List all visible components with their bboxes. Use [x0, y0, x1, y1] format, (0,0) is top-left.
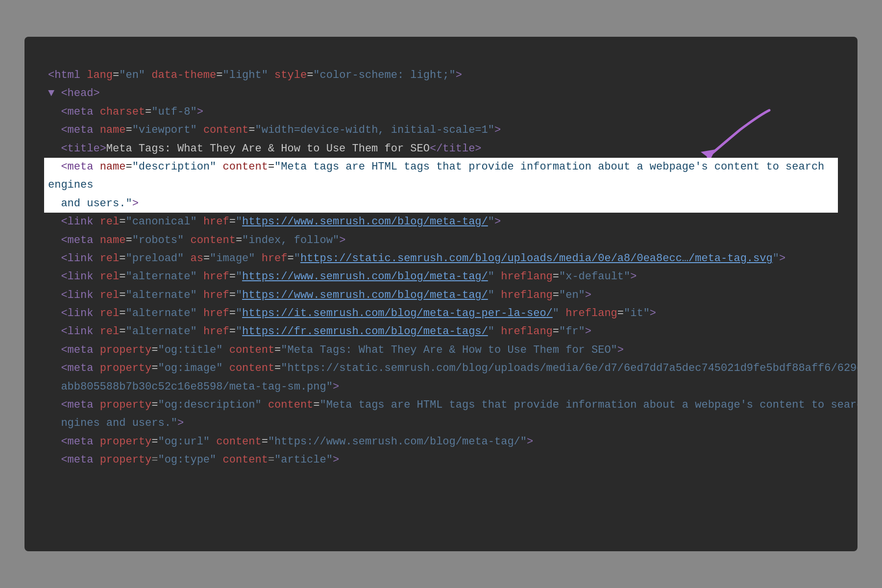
code-line-description-highlighted: <meta name="description" content="Meta t…	[44, 158, 838, 213]
code-line-head: ▼ <head>	[44, 84, 838, 102]
devtools-screenshot: <html lang="en" data-theme="light" style…	[24, 37, 858, 551]
code-line-title: <title>Meta Tags: What They Are & How to…	[44, 140, 838, 158]
code-line-charset: <meta charset="utf-8">	[44, 103, 838, 121]
code-line-robots: <meta name="robots" content="index, foll…	[44, 231, 838, 249]
code-line-og-image-1: <meta property="og:image" content="https…	[44, 359, 838, 377]
code-line-alternate-fr: <link rel="alternate" href="https://fr.s…	[44, 322, 838, 341]
code-line-html: <html lang="en" data-theme="light" style…	[44, 66, 838, 84]
code-line-og-image-2: abb805588b7b30c52c16e8598/meta-tag-sm.pn…	[44, 378, 838, 396]
code-line-preload: <link rel="preload" as="image" href="htt…	[44, 249, 838, 268]
code-line-viewport: <meta name="viewport" content="width=dev…	[44, 121, 838, 139]
code-line-og-title: <meta property="og:title" content="Meta …	[44, 341, 838, 359]
code-line-alternate-it: <link rel="alternate" href="https://it.s…	[44, 304, 838, 322]
code-line-og-description-1: <meta property="og:description" content=…	[44, 396, 838, 414]
code-line-alternate-xdefault: <link rel="alternate" href="https://www.…	[44, 268, 838, 286]
code-line-og-description-2: ngines and users.">	[44, 414, 838, 432]
code-line-og-url: <meta property="og:url" content="https:/…	[44, 433, 838, 451]
code-line-canonical: <link rel="canonical" href="https://www.…	[44, 213, 838, 231]
code-display: <html lang="en" data-theme="light" style…	[44, 66, 838, 469]
code-line-alternate-en: <link rel="alternate" href="https://www.…	[44, 286, 838, 304]
code-line-og-type: <meta property="og:type" content="articl…	[44, 451, 838, 469]
